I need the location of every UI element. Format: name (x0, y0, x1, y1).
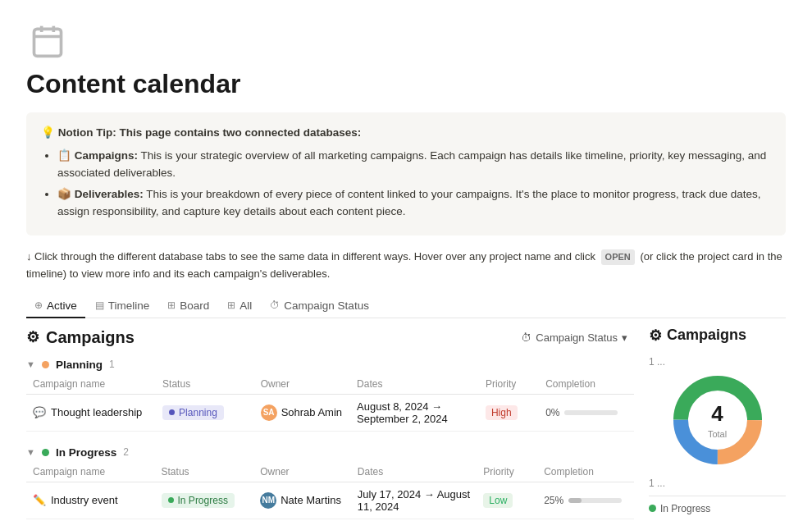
page-icon (26, 20, 69, 62)
tip-box: 💡 Notion Tip: This page contains two con… (26, 112, 786, 235)
chevron-down-icon: ▾ (622, 331, 627, 344)
section-header-row: ⚙ Campaigns ⏱ Campaign Status ▾ (26, 318, 634, 352)
cell-industry-event-status: In Progress (155, 482, 254, 519)
cell-industry-event-name[interactable]: ✏️ Industry event (26, 482, 155, 519)
cell-thought-leadership-owner: SA Sohrab Amin (254, 394, 350, 431)
tab-timeline-label: Timeline (108, 299, 150, 312)
col-header-priority: Priority (479, 374, 539, 395)
cell-industry-event-priority: Low (477, 482, 537, 519)
group-planning: ▼ Planning 1 (26, 352, 634, 374)
group-inprogress-count: 2 (123, 446, 129, 458)
campaigns-icon: ⚙ (26, 328, 39, 346)
tabs-bar: ⊕ Active ▤ Timeline ⊞ Board ⊞ All ⏱ Camp… (26, 295, 786, 318)
ip-col-header-priority: Priority (477, 462, 537, 482)
ip-col-header-dates: Dates (351, 462, 477, 482)
ip-col-header-name: Campaign name (26, 462, 155, 482)
tab-active-label: Active (47, 299, 77, 312)
legend-item-inprogress: In Progress (649, 503, 786, 514)
planning-dot (169, 409, 175, 415)
legend-label-inprogress: In Progress (660, 503, 710, 514)
ie-completion-pct: 25% (544, 495, 563, 506)
tip-item-1: 📋 Campaigns: This is your strategic over… (57, 147, 771, 182)
ie-progress-bar-bg (568, 498, 622, 503)
cell-thought-leadership-name[interactable]: 💬 Thought leadership (26, 394, 156, 431)
owner-sa-name: Sohrab Amin (281, 406, 342, 418)
all-tab-icon: ⊞ (227, 299, 235, 311)
group-inprogress-toggle[interactable]: ▼ (26, 447, 35, 457)
cell-industry-event-dates: July 17, 2024 → August 11, 2024 (351, 482, 477, 519)
table-row[interactable]: 💬 Thought leadership Planning (26, 394, 634, 431)
campaign-status-filter[interactable]: ⏱ Campaign Status ▾ (514, 329, 634, 346)
donut-chart: 4 Total (668, 371, 767, 469)
col-header-dates: Dates (350, 374, 479, 395)
timeline-tab-icon: ▤ (95, 299, 104, 311)
right-count-row-1: 1 ... (649, 356, 786, 368)
col-header-owner: Owner (254, 374, 350, 395)
cell-thought-leadership-status: Planning (156, 394, 254, 431)
ip-col-header-owner: Owner (253, 462, 351, 482)
ie-progress-bar-fill (568, 498, 582, 503)
tip-emoji: 💡 (41, 126, 58, 139)
section-title: ⚙ Campaigns (26, 328, 135, 347)
open-badge: OPEN (601, 249, 635, 266)
page-title: Content calendar (26, 69, 786, 99)
group-planning-toggle[interactable]: ▼ (26, 359, 35, 369)
cell-thought-leadership-dates: August 8, 2024 → September 2, 2024 (350, 394, 479, 431)
priority-high-badge: High (486, 405, 518, 420)
tip-header-text: Notion Tip: This page contains two conne… (58, 126, 362, 139)
active-tab-icon: ⊕ (34, 299, 43, 311)
col-header-name: Campaign name (26, 374, 156, 395)
progress-bar-bg (564, 410, 618, 415)
right-panel: ⚙ Campaigns 1 ... (634, 318, 786, 521)
tab-board[interactable]: ⊞ Board (159, 295, 217, 318)
group-planning-count: 1 (109, 359, 115, 370)
tab-campaign-status-label: Campaign Status (284, 299, 369, 312)
tab-campaign-status[interactable]: ⏱ Campaign Status (262, 295, 377, 318)
inprogress-status-label-1: In Progress (178, 495, 228, 506)
inprogress-header-row: Campaign name Status Owner Dates Priorit… (26, 462, 634, 482)
planning-header-row: Campaign name Status Owner Dates Priorit… (26, 374, 634, 395)
cell-industry-event-completion: 25% (537, 482, 634, 519)
cell-thought-leadership-priority: High (479, 394, 539, 431)
inprogress-dot-1 (168, 497, 174, 503)
table-row-industry-event[interactable]: ✏️ Industry event In Progress (26, 482, 634, 519)
thought-leadership-icon: 💬 (33, 406, 46, 418)
ip-col-header-status: Status (155, 462, 254, 482)
industry-event-label: Industry event (51, 494, 118, 506)
tab-all-label: All (239, 299, 252, 312)
inprogress-table: Campaign name Status Owner Dates Priorit… (26, 462, 634, 521)
campaign-status-tab-icon: ⏱ (270, 299, 280, 311)
col-header-status: Status (156, 374, 254, 395)
tip-list: 📋 Campaigns: This is your strategic over… (41, 147, 771, 221)
col-header-completion: Completion (539, 374, 634, 395)
donut-label: Total (708, 428, 727, 438)
filter-icon: ⏱ (521, 331, 531, 344)
svg-rect-0 (34, 29, 62, 56)
right-count-2: 1 ... (649, 478, 665, 489)
tip-item-2: 📦 Deliverables: This is your breakdown o… (57, 185, 771, 221)
owner-nm-name: Nate Martins (281, 494, 341, 506)
tab-active[interactable]: ⊕ Active (26, 295, 85, 318)
help-text: ↓ Click through the different database t… (26, 249, 786, 283)
priority-low-badge: Low (483, 493, 513, 508)
group-inprogress-dot (42, 449, 49, 456)
thought-leadership-label: Thought leadership (51, 406, 142, 418)
donut-total: 4 (708, 400, 727, 426)
planning-status-label: Planning (179, 407, 217, 418)
tab-timeline[interactable]: ▤ Timeline (87, 295, 158, 318)
avatar-sa: SA (261, 404, 277, 421)
donut-center: 4 Total (708, 400, 727, 439)
filter-label: Campaign Status (536, 331, 618, 344)
tab-board-label: Board (180, 299, 209, 312)
completion-pct: 0% (545, 407, 559, 418)
right-count-row-2: 1 ... (649, 478, 786, 489)
right-campaigns-label: Campaigns (667, 327, 746, 344)
group-inprogress: ▼ In Progress 2 (26, 440, 634, 462)
industry-event-icon: ✏️ (33, 494, 46, 506)
right-count-1: 1 ... (649, 356, 665, 368)
avatar-nm: NM (260, 492, 276, 509)
group-inprogress-label: In Progress (56, 446, 116, 459)
tab-all[interactable]: ⊞ All (219, 295, 260, 318)
board-tab-icon: ⊞ (167, 299, 176, 311)
legend-dot-inprogress (649, 505, 656, 512)
